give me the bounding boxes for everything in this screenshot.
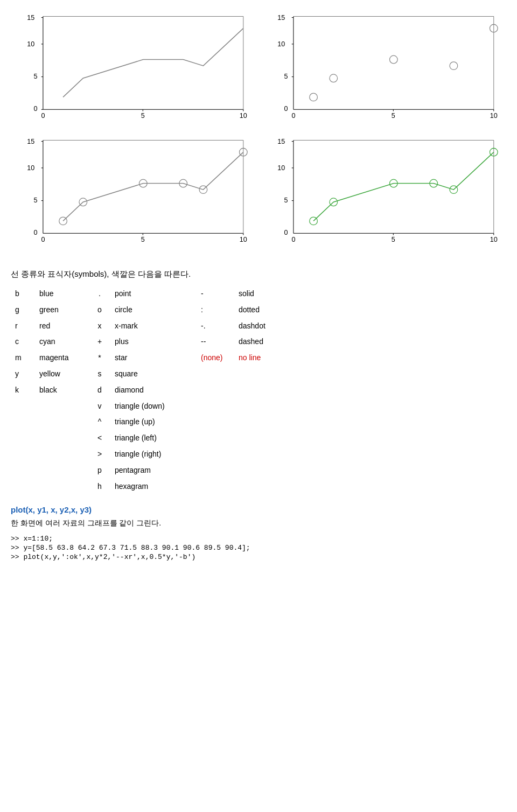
- svg-text:10: 10: [27, 40, 34, 48]
- chart2: 0 5 10 15 0 5 10: [261, 11, 506, 129]
- svg-text:0: 0: [33, 105, 37, 113]
- svg-text:5: 5: [141, 112, 145, 120]
- svg-text:10: 10: [240, 112, 247, 120]
- svg-text:10: 10: [490, 112, 498, 120]
- col-marker-name: point circle x-mark plus star square dia…: [110, 286, 197, 494]
- svg-text:0: 0: [41, 112, 45, 120]
- code-lines: >> x=1:10; >> y=[58.5 63.8 64.2 67.3 71.…: [11, 535, 506, 561]
- svg-point-34: [330, 74, 338, 82]
- code-line-1: >> x=1:10;: [11, 535, 506, 543]
- info-section: 선 종류와 표식자(symbols), 색깔은 다음을 따른다. b g r c…: [11, 269, 506, 494]
- svg-text:15: 15: [277, 14, 285, 22]
- svg-text:15: 15: [27, 138, 34, 145]
- reference-table: b g r c m y k blue green red cyan magent…: [11, 286, 506, 494]
- code-line-3: >> plot(x,y,':ok',x,y*2,'--xr',x,0.5*y,'…: [11, 553, 506, 561]
- svg-text:10: 10: [277, 164, 285, 172]
- svg-text:0: 0: [284, 229, 288, 236]
- svg-text:15: 15: [27, 14, 34, 22]
- charts-grid: 0 5 10 15 0 5 10 0 5: [11, 11, 506, 253]
- svg-text:5: 5: [392, 236, 395, 243]
- code-prompt-3: >> plot(x,y,':ok',x,y*2,'--xr',x,0.5*y,'…: [11, 553, 195, 561]
- svg-text:5: 5: [284, 73, 288, 80]
- svg-text:0: 0: [291, 112, 295, 120]
- code-title: plot(x, y1, x, y2,x, y3): [11, 505, 506, 514]
- svg-text:5: 5: [141, 236, 145, 243]
- svg-text:5: 5: [392, 112, 395, 120]
- code-desc: 한 화면에 여러 자료의 그래프를 같이 그린다.: [11, 519, 506, 528]
- code-line-2: >> y=[58.5 63.8 64.2 67.3 71.5 88.3 90.1…: [11, 544, 506, 552]
- col-color-code: b g r c m y k: [11, 286, 35, 494]
- chart1: 0 5 10 15 0 5 10: [11, 11, 256, 129]
- svg-text:5: 5: [33, 73, 37, 80]
- svg-text:0: 0: [291, 236, 295, 243]
- svg-text:0: 0: [33, 229, 37, 236]
- col-marker-code: . o x + * s d v ^ < > p h: [89, 286, 110, 494]
- svg-text:15: 15: [277, 138, 285, 145]
- code-section: plot(x, y1, x, y2,x, y3) 한 화면에 여러 자료의 그래…: [11, 505, 506, 561]
- svg-text:0: 0: [284, 105, 288, 113]
- info-title: 선 종류와 표식자(symbols), 색깔은 다음을 따른다.: [11, 269, 506, 279]
- svg-text:10: 10: [490, 236, 498, 243]
- code-prompt-2: >> y=[58.5 63.8 64.2 67.3 71.5 88.3 90.1…: [11, 544, 250, 552]
- svg-text:5: 5: [284, 197, 288, 204]
- code-prompt-1: >> x=1:10;: [11, 535, 53, 543]
- svg-point-35: [390, 55, 398, 64]
- svg-text:10: 10: [240, 236, 247, 243]
- svg-point-76: [310, 217, 318, 225]
- svg-text:10: 10: [277, 40, 285, 48]
- chart3: 0 5 10 15 0 5 10: [11, 135, 256, 253]
- svg-point-33: [310, 93, 318, 101]
- svg-text:5: 5: [33, 197, 37, 204]
- svg-text:10: 10: [27, 164, 34, 172]
- svg-point-36: [450, 62, 458, 70]
- chart4: 0 5 10 15 0 5 10: [261, 135, 506, 253]
- col-linestyle-code: - : -. -- (none): [197, 286, 234, 494]
- col-linestyle-name: solid dotted dashdot dashed no line: [234, 286, 283, 494]
- svg-text:0: 0: [41, 236, 45, 243]
- col-color-name: blue green red cyan magenta yellow black: [35, 286, 89, 494]
